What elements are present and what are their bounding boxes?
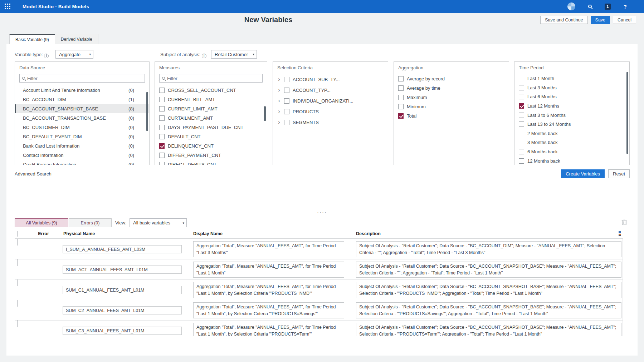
time-period-checkbox[interactable] [519, 85, 524, 90]
data-source-item[interactable]: BC_DEFAULT_EVENT_DIM (0) [15, 132, 149, 141]
measure-item[interactable]: DIRECT_DEBITS_CNT [155, 160, 267, 165]
time-period-item[interactable]: 6 Months back [514, 147, 629, 157]
tab-basic-variable[interactable]: Basic Variable (9) [9, 34, 55, 44]
data-source-item[interactable]: BC_CUSTOMER_DIM (0) [15, 123, 149, 132]
tab-derived-variable[interactable]: Derived Variable [55, 34, 98, 44]
measure-item[interactable]: DIFFER_PAYMENT_CNT [155, 150, 267, 160]
help-icon[interactable]: ? [624, 4, 627, 10]
expand-chevron-icon[interactable]: › [277, 76, 281, 82]
aggregation-checkbox[interactable] [398, 104, 404, 109]
row-checkbox[interactable] [18, 300, 18, 307]
aggregation-item[interactable]: Maximum [394, 93, 509, 102]
expand-chevron-icon[interactable]: › [277, 109, 281, 114]
splitter-handle[interactable]: ···· [0, 209, 644, 215]
measure-item[interactable]: CURRENT_LIMIT_AMT [155, 104, 267, 113]
time-period-checkbox[interactable] [519, 140, 524, 145]
column-header-physical-name[interactable]: Physical Name [61, 229, 193, 238]
selection-criteria-item[interactable]: › INDIVIDUAL_ORGANIZATI... [273, 95, 388, 106]
display-name-field[interactable]: Aggregation "Total", Measure "ANNUAL_FEE… [193, 241, 344, 257]
display-name-field[interactable]: Aggregation "Total", Measure "ANNUAL_FEE… [193, 282, 344, 298]
time-period-item[interactable]: Last 3 Months [514, 83, 629, 93]
column-options-icon[interactable] [619, 231, 621, 236]
selection-criteria-item[interactable]: › PRODUCTS [273, 106, 388, 117]
physical-name-input[interactable] [63, 245, 182, 253]
time-period-checkbox[interactable] [519, 103, 524, 109]
measure-checkbox[interactable] [159, 134, 165, 139]
selection-criteria-checkbox[interactable] [284, 109, 289, 114]
measure-item[interactable]: CROSS_SELL_ACCOUNT_CNT [155, 85, 267, 95]
measure-checkbox[interactable] [159, 115, 165, 121]
scrollbar-thumb[interactable] [146, 92, 148, 131]
selection-criteria-item[interactable]: › ACCOUNT_TYP... [273, 85, 388, 95]
row-checkbox[interactable] [18, 259, 18, 266]
physical-name-input[interactable] [63, 306, 182, 314]
selection-criteria-checkbox[interactable] [284, 88, 289, 93]
selection-criteria-item[interactable]: › SEGMENTS [273, 117, 388, 128]
selection-criteria-checkbox[interactable] [284, 98, 289, 104]
measure-item[interactable]: DELINQUENCY_CNT [155, 141, 267, 150]
aggregation-checkbox[interactable] [398, 95, 404, 100]
view-select[interactable]: All basic variables ▾ [130, 218, 187, 227]
time-period-item[interactable]: Last 6 Months [514, 92, 629, 101]
aggregation-item[interactable]: Average by time [394, 83, 509, 93]
aggregation-item[interactable]: Total [394, 111, 509, 120]
data-source-item[interactable]: Bank Card Lost Information (0) [15, 141, 149, 150]
select-all-checkbox[interactable] [18, 231, 18, 237]
notification-badge[interactable]: 1 [605, 4, 611, 10]
physical-name-input[interactable] [63, 266, 182, 274]
all-variables-tab[interactable]: All Variables (9) [15, 218, 68, 227]
time-period-checkbox[interactable] [519, 158, 524, 164]
info-icon[interactable]: i [202, 54, 206, 58]
selection-criteria-checkbox[interactable] [284, 120, 289, 125]
measure-checkbox[interactable] [159, 106, 165, 111]
time-period-item[interactable]: 2 Months back [514, 129, 629, 138]
measure-checkbox[interactable] [159, 125, 165, 130]
description-field[interactable]: Subject Of Analysis - "Retail Customer";… [356, 302, 621, 318]
description-field[interactable]: Subject Of Analysis - "Retail Customer";… [356, 262, 621, 278]
description-field[interactable]: Subject Of Analysis - "Retail Customer";… [356, 282, 621, 298]
errors-tab[interactable]: Errors (0) [69, 218, 112, 227]
scrollbar-thumb[interactable] [264, 106, 266, 121]
reset-button[interactable]: Reset [608, 169, 630, 178]
time-period-checkbox[interactable] [519, 122, 524, 127]
advanced-search-link[interactable]: Advanced Search [15, 171, 52, 177]
delete-icon[interactable] [621, 218, 628, 227]
aggregation-item[interactable]: Average by record [394, 74, 509, 83]
cancel-button[interactable]: Cancel [613, 16, 636, 24]
aggregation-checkbox[interactable] [398, 113, 404, 119]
create-variables-button[interactable]: Create Variables [561, 169, 605, 178]
save-button[interactable]: Save [591, 16, 610, 24]
time-period-checkbox[interactable] [519, 113, 524, 118]
time-period-checkbox[interactable] [519, 131, 524, 136]
measure-checkbox[interactable] [159, 143, 165, 149]
description-field[interactable]: Subject Of Analysis - "Retail Customer";… [356, 323, 621, 336]
physical-name-input[interactable] [63, 286, 182, 294]
column-header-display-name[interactable]: Display Name [193, 229, 356, 238]
time-period-item[interactable]: 12 Months back [514, 156, 629, 165]
time-period-item[interactable]: Last 1 Month [514, 74, 629, 83]
physical-name-input[interactable] [63, 327, 182, 335]
scrollbar-thumb[interactable] [626, 72, 628, 154]
selection-criteria-item[interactable]: › ACCOUNT_SUB_TY... [273, 74, 388, 85]
save-and-continue-button[interactable]: Save and Continue [540, 16, 587, 24]
row-checkbox[interactable] [18, 239, 18, 246]
row-checkbox[interactable] [18, 320, 18, 327]
measures-filter-input[interactable] [167, 76, 262, 81]
data-source-filter-input[interactable] [27, 76, 145, 81]
expand-chevron-icon[interactable]: › [277, 87, 281, 93]
time-period-item[interactable]: 3 Months back [514, 138, 629, 147]
time-period-item[interactable]: Last 3 to 6 Months [514, 110, 629, 120]
measure-item[interactable]: CURTAILMENT_AMT [155, 113, 267, 123]
time-period-item[interactable]: Last 13 to 24 Months [514, 120, 629, 129]
selection-criteria-checkbox[interactable] [284, 77, 289, 82]
measure-item[interactable]: DAYS_PAYMENT_PAST_DUE_CNT [155, 123, 267, 132]
measure-item[interactable]: CURRENT_BILL_AMT [155, 95, 267, 104]
column-header-description[interactable]: Description [356, 229, 623, 238]
expand-chevron-icon[interactable]: › [277, 98, 281, 104]
info-icon[interactable]: i [44, 54, 49, 58]
data-source-item[interactable]: BC_ACCOUNT_SNAPSHOT_BASE (8) [15, 104, 149, 113]
measure-checkbox[interactable] [159, 162, 165, 165]
measure-item[interactable]: DEFAULT_CNT [155, 132, 267, 141]
display-name-field[interactable]: Aggregation "Total", Measure "ANNUAL_FEE… [193, 302, 344, 318]
display-name-field[interactable]: Aggregation "Total", Measure "ANNUAL_FEE… [193, 323, 344, 336]
